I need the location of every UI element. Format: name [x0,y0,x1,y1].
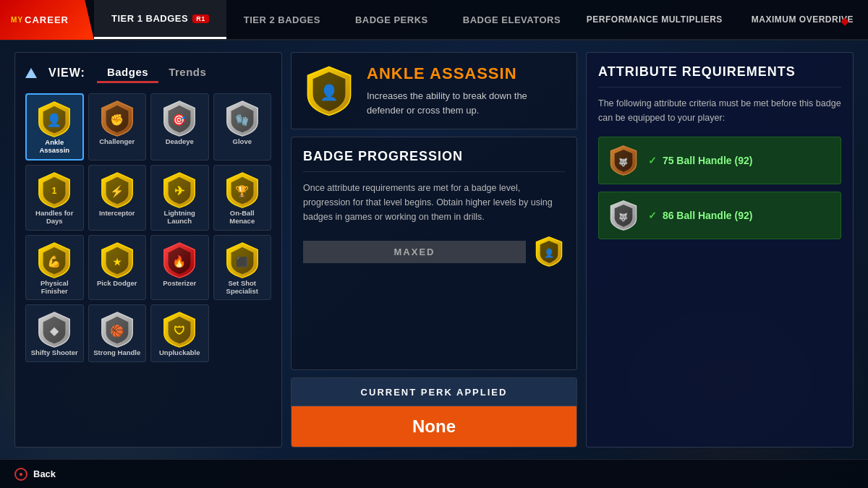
badge-name-handles-for-days: Handles for Days [29,209,80,226]
badge-progression-description: Once attribute requirements are met for … [303,181,565,224]
svg-text:✊: ✊ [110,113,124,127]
badge-physical-finisher[interactable]: 💪 Physical Finisher [25,235,84,301]
badge-name-physical-finisher: Physical Finisher [29,279,80,296]
tab-badge-perks[interactable]: Badge Perks [338,0,446,39]
attr-req-icon-2: 🐺 [608,200,639,231]
badge-name-challenger: Challenger [99,137,135,145]
nav-right: Performance Multipliers Maximum Overdriv… [587,14,868,25]
circle-icon: ● [14,468,27,481]
view-tab-badges[interactable]: Badges [97,63,158,83]
current-perk-header: CURRENT PERK APPLIED [292,378,576,406]
maxed-label: MAXED [303,241,526,263]
topbar: MY CAREER Tier 1 Badges R1 Tier 2 Badges… [0,0,868,40]
badge-ankle-assassin[interactable]: 👤 Ankle Assassin [25,93,84,160]
tab-performance-multipliers[interactable]: Performance Multipliers [587,14,723,25]
badge-icon-ankle-assassin: 👤 [37,100,72,138]
badge-name-strong-handle: Strong Handle [93,348,140,356]
svg-text:★: ★ [113,256,122,267]
current-perk-value[interactable]: None [292,406,576,447]
svg-text:👤: 👤 [46,112,62,128]
badge-lightning-launch[interactable]: ✈ Lightning Launch [150,165,209,231]
svg-text:🏆: 🏆 [235,184,250,198]
svg-text:🔥: 🔥 [173,254,187,267]
badge-icon-handles-for-days: 1 [37,171,72,209]
badge-name-unpluckable: Unpluckable [159,348,200,356]
badge-pick-dodger[interactable]: ★ Pick Dodger [88,235,147,301]
attr-req-text-1: ✓ 75 Ball Handle (92) [648,155,752,166]
tab-maximum-overdrive[interactable]: Maximum Overdrive [752,14,854,25]
badge-name-glove: Glove [233,137,252,145]
badge-progression-title: BADGE PROGRESSION [303,149,565,172]
badge-name-pick-dodger: Pick Dodger [97,279,137,287]
current-perk-panel: CURRENT PERK APPLIED None [291,377,577,448]
svg-text:🐺: 🐺 [619,213,629,222]
attr-req-title: ATTRIBUTE REQUIREMENTS [598,64,841,87]
badge-detail-name: ANKLE ASSASSIN [367,64,565,83]
badge-onball-menace[interactable]: 🏆 On-Ball Menace [213,165,272,231]
badge-interceptor[interactable]: ⚡ Interceptor [88,165,147,231]
main-content: VIEW: Badges Trends [0,40,868,459]
badge-icon-onball-menace: 🏆 [225,171,260,209]
badge-detail-header: 👤 ANKLE ASSASSIN Increases the ability t… [291,52,577,129]
svg-text:💪: 💪 [48,254,62,267]
back-button[interactable]: ● Back [14,468,56,481]
logo-prefix: MY [11,16,23,24]
badge-deadeye[interactable]: 🎯 Deadeye [150,93,209,160]
tab-badge-elevators[interactable]: Badge Elevators [446,0,578,39]
badge-icon-posterizer: 🔥 [162,241,197,279]
attr-req-description: The following attribute criteria must be… [598,96,841,125]
badge-icon-pick-dodger: ★ [100,241,135,279]
back-label: Back [33,468,56,479]
badge-set-shot-specialist[interactable]: ⬛ Set Shot Specialist [213,235,272,301]
svg-text:⚡: ⚡ [110,184,124,198]
view-tab-trends[interactable]: Trends [158,63,216,83]
view-tabs: Badges Trends [97,63,216,83]
attr-req-icon-1: 🐺 [608,145,639,176]
maxed-badge-icon: 👤 [533,236,565,267]
badge-shifty-shooter[interactable]: ◆ Shifty Shooter [25,304,84,361]
badge-handles-for-days[interactable]: 1 Handles for Days [25,165,84,231]
badge-name-deadeye: Deadeye [166,137,194,145]
badge-name-interceptor: Interceptor [99,209,135,217]
attr-req-text-2: ✓ 86 Ball Handle (92) [648,210,752,221]
logo-main: CAREER [25,14,69,25]
view-header: VIEW: Badges Trends [25,63,271,83]
badge-posterizer[interactable]: 🔥 Posterizer [150,235,209,301]
tab-tier1-badges[interactable]: Tier 1 Badges R1 [94,0,226,39]
svg-text:👤: 👤 [320,82,339,101]
badge-detail-description: Increases the ability to break down the … [367,89,565,117]
badge-name-lightning-launch: Lightning Launch [154,209,205,226]
attr-req-item-1: 🐺 ✓ 75 Ball Handle (92) [598,137,841,184]
badge-icon-physical-finisher: 💪 [37,241,72,279]
svg-text:🛡: 🛡 [174,325,185,337]
badge-glove[interactable]: 🧤 Glove [213,93,272,160]
badge-icon-lightning-launch: ✈ [162,171,197,209]
badge-icon-shifty-shooter: ◆ [37,311,72,348]
badge-detail-info: ANKLE ASSASSIN Increases the ability to … [367,64,565,117]
svg-text:🐺: 🐺 [619,158,629,167]
badge-icon-challenger: ✊ [100,100,135,137]
badge-name-ankle-assassin: Ankle Assassin [30,138,80,155]
badge-strong-handle[interactable]: 🏀 Strong Handle [88,304,147,361]
badge-name-shifty-shooter: Shifty Shooter [31,348,78,356]
badge-icon-strong-handle: 🏀 [100,311,135,348]
badge-challenger[interactable]: ✊ Challenger [88,93,147,160]
svg-text:1: 1 [52,186,57,196]
badge-icon-glove: 🧤 [225,100,260,137]
badge-unpluckable[interactable]: 🛡 Unpluckable [150,304,209,361]
mid-panel: 👤 ANKLE ASSASSIN Increases the ability t… [291,52,577,448]
mycareer-logo: MY CAREER [0,0,94,40]
badge-icon-set-shot-specialist: ⬛ [225,241,260,279]
right-panel: ATTRIBUTE REQUIREMENTS The following att… [586,52,854,448]
svg-text:🧤: 🧤 [235,113,250,127]
attr-req-item-2: 🐺 ✓ 86 Ball Handle (92) [598,192,841,239]
badge-icon-unpluckable: 🛡 [162,311,197,348]
badge-grid: 👤 Ankle Assassin ✊ Challenger [25,93,271,362]
r1-badge: R1 [192,14,209,23]
badge-detail-image: 👤 [303,65,355,117]
badge-name-set-shot-specialist: Set Shot Specialist [217,279,268,296]
svg-text:⬛: ⬛ [236,255,248,267]
maxed-bar: MAXED 👤 [303,236,565,267]
tab-tier2-badges[interactable]: Tier 2 Badges [226,0,338,39]
badge-name-onball-menace: On-Ball Menace [217,209,268,226]
